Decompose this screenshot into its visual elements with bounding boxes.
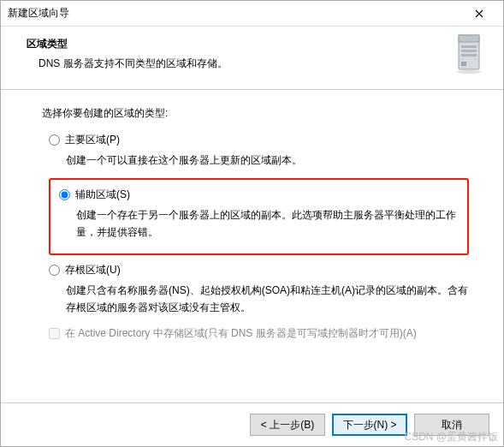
desc-secondary: 创建一个存在于另一个服务器上的区域的副本。此选项帮助主服务器平衡处理的工作量，并…: [76, 206, 459, 241]
server-icon: [452, 33, 486, 77]
radio-primary[interactable]: 主要区域(P): [49, 132, 469, 148]
radio-secondary-label: 辅助区域(S): [75, 187, 130, 203]
close-icon: [475, 9, 483, 18]
header-subtitle: DNS 服务器支持不同类型的区域和存储。: [39, 57, 443, 71]
next-button[interactable]: 下一步(N) >: [332, 414, 407, 436]
option-stub: 存根区域(U) 创建只含有名称服务器(NS)、起始授权机构(SOA)和粘连主机(…: [49, 262, 469, 317]
option-primary: 主要区域(P) 创建一个可以直接在这个服务器上更新的区域副本。: [49, 132, 469, 170]
prompt-label: 选择你要创建的区域的类型:: [42, 105, 469, 122]
header-title: 区域类型: [27, 37, 443, 51]
svg-rect-4: [461, 54, 477, 57]
cancel-button[interactable]: 取消: [414, 414, 489, 436]
wizard-footer: < 上一步(B) 下一步(N) > 取消: [1, 402, 503, 446]
svg-rect-1: [459, 35, 479, 42]
radio-stub-input[interactable]: [49, 265, 60, 276]
wizard-header: 区域类型 DNS 服务器支持不同类型的区域和存储。: [1, 27, 503, 90]
ad-storage-checkbox-row: 在 Active Directory 中存储区域(只有 DNS 服务器是可写域控…: [49, 325, 469, 342]
svg-rect-5: [461, 62, 466, 66]
svg-point-6: [457, 70, 481, 74]
titlebar: 新建区域向导: [1, 1, 503, 27]
radio-stub-label: 存根区域(U): [65, 262, 121, 278]
svg-rect-2: [461, 45, 477, 48]
header-text: 区域类型 DNS 服务器支持不同类型的区域和存储。: [27, 37, 443, 77]
radio-primary-input[interactable]: [49, 134, 60, 146]
highlighted-option: 辅助区域(S) 创建一个存在于另一个服务器上的区域的副本。此选项帮助主服务器平衡…: [49, 178, 469, 255]
close-button[interactable]: [462, 2, 496, 26]
back-button[interactable]: < 上一步(B): [250, 414, 325, 436]
radio-secondary-input[interactable]: [59, 189, 70, 200]
desc-primary: 创建一个可以直接在这个服务器上更新的区域副本。: [66, 152, 469, 169]
option-secondary: 辅助区域(S) 创建一个存在于另一个服务器上的区域的副本。此选项帮助主服务器平衡…: [59, 187, 459, 241]
wizard-content: 选择你要创建的区域的类型: 主要区域(P) 创建一个可以直接在这个服务器上更新的…: [1, 90, 503, 402]
ad-storage-checkbox: [49, 328, 60, 339]
ad-storage-label: 在 Active Directory 中存储区域(只有 DNS 服务器是可写域控…: [65, 325, 417, 342]
radio-primary-label: 主要区域(P): [65, 132, 120, 148]
zone-type-group: 主要区域(P) 创建一个可以直接在这个服务器上更新的区域副本。 辅助区域(S) …: [49, 132, 469, 317]
window-title: 新建区域向导: [8, 6, 462, 21]
wizard-window: 新建区域向导 区域类型 DNS 服务器支持不同类型的区域和存储。 选择你要创建的…: [0, 0, 504, 447]
svg-rect-3: [461, 50, 477, 52]
radio-secondary[interactable]: 辅助区域(S): [59, 187, 459, 203]
radio-stub[interactable]: 存根区域(U): [49, 262, 469, 278]
desc-stub: 创建只含有名称服务器(NS)、起始授权机构(SOA)和粘连主机(A)记录的区域的…: [66, 282, 469, 317]
